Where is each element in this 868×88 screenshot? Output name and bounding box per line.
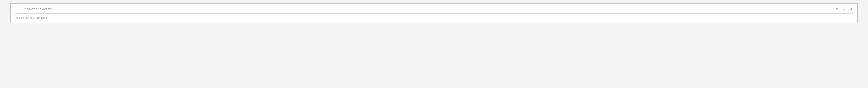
close-icon [849, 7, 852, 11]
search-nav-controls [835, 7, 852, 11]
find-in-exam-panel: Nenhum resultado encontrado [10, 3, 858, 23]
search-row [16, 7, 852, 14]
next-result-button[interactable] [842, 7, 846, 11]
arrow-up-icon [835, 7, 839, 11]
prev-result-button[interactable] [835, 7, 839, 11]
close-search-button[interactable] [849, 7, 852, 11]
search-icon [16, 7, 19, 11]
arrow-down-icon [842, 7, 846, 11]
no-results-status: Nenhum resultado encontrado [16, 16, 852, 19]
svg-line-1 [18, 10, 19, 10]
search-input[interactable] [22, 7, 832, 11]
